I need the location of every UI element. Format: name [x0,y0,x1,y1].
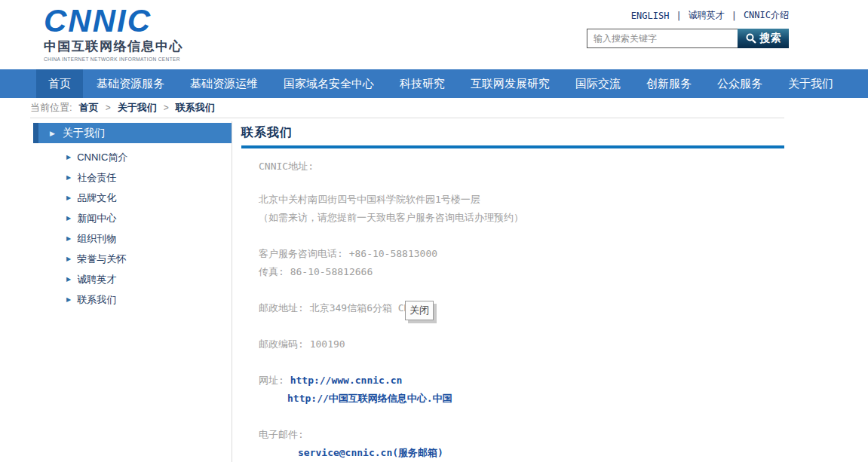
top-link-separator: | [676,11,681,21]
search-input[interactable] [587,29,738,48]
triangle-right-icon: ▶ [66,255,71,262]
logo-subtitle-en: CHINA INTERNET NETWORK INFORMATION CENTE… [44,57,183,62]
sidebar-item-label: 联系我们 [77,293,116,307]
triangle-right-icon: ▶ [66,276,71,283]
nav-item-internet-development-research[interactable]: 互联网发展研究 [459,69,562,98]
nav-item-national-domain-security-center[interactable]: 国家域名安全中心 [271,69,386,98]
breadcrumb-separator: > [106,98,111,118]
website-line: 网址: http://www.cnnic.cn [259,372,784,390]
contact-content: CNNIC地址: 北京中关村南四街四号中国科学院软件园1号楼一层 （如需来访，请… [241,158,784,462]
breadcrumb-link-home[interactable]: 首页 [79,98,99,118]
triangle-right-icon: ▶ [66,174,71,181]
fax-line: 传真: 86-10-58812666 [259,263,784,281]
content-area: ▶ 关于我们 ▶ CNNIC简介 ▶ 社会责任 ▶ 品牌文化 ▶ 新闻 [0,118,868,462]
email-line: service@cnnic.cn(服务邮箱) [259,444,784,462]
sidebar-content-divider [232,121,232,462]
sidebar-item-social-responsibility[interactable]: ▶ 社会责任 [33,167,232,188]
breadcrumb-link-about-us[interactable]: 关于我们 [118,98,157,118]
sidebar-item-label: 组织刊物 [77,232,116,246]
nav-item-about-us[interactable]: 关于我们 [776,69,845,98]
sidebar-item-cnnic-intro[interactable]: ▶ CNNIC简介 [33,147,232,167]
email-label: 电子邮件: [259,426,784,444]
sidebar-item-label: 品牌文化 [77,191,116,205]
postal-address-line: 邮政地址: 北京349信箱6分箱 CNNIC [259,299,784,317]
cnnic-page: CNNIC 中国互联网络信息中心 CHINA INTERNET NETWORK … [0,0,868,462]
nav-item-basic-resource-services[interactable]: 基础资源服务 [84,69,176,98]
close-tooltip-button[interactable]: 关闭 [405,301,434,320]
search-button-label: 搜索 [760,32,781,45]
triangle-right-icon: ▶ [66,154,71,161]
breadcrumb-prefix: 当前位置: [30,98,72,118]
title-underline [241,145,784,148]
sidebar-item-careers[interactable]: ▶ 诚聘英才 [33,269,232,289]
cnnic-logo[interactable]: CNNIC 中国互联网络信息中心 CHINA INTERNET NETWORK … [44,5,183,62]
sidebar-item-publications[interactable]: ▶ 组织刊物 [33,228,232,249]
website-link-cnnic-cn[interactable]: http://www.cnnic.cn [290,375,403,386]
triangle-right-icon: ▶ [50,130,55,137]
email-link-service[interactable]: service@cnnic.cn(服务邮箱) [298,447,443,458]
search-button[interactable]: 搜索 [738,29,789,48]
triangle-right-icon: ▶ [66,296,71,303]
logo-wordmark: CNNIC [44,5,183,38]
sidebar-item-label: 诚聘英才 [77,273,116,286]
nav-item-home[interactable]: 首页 [36,69,83,98]
breadcrumb-separator: > [164,98,169,118]
nav-item-international-exchange[interactable]: 国际交流 [563,69,633,98]
sidebar-item-label: CNNIC简介 [77,151,127,164]
website-link-chinese-domain[interactable]: http://中国互联网络信息中心.中国 [287,393,452,404]
main-nav: 首页 基础资源服务 基础资源运维 国家域名安全中心 科技研究 互联网发展研究 国… [0,69,868,98]
breadcrumb: 当前位置: 首页 > 关于我们 > 联系我们 [30,98,784,118]
sidebar-item-contact-us[interactable]: ▶ 联系我们 [33,289,232,310]
sidebar-header-about-us[interactable]: ▶ 关于我们 [33,123,232,143]
top-link-english[interactable]: ENGLISH [631,11,670,21]
page-title: 联系我们 [241,125,784,141]
main-panel: 联系我们 CNNIC地址: 北京中关村南四街四号中国科学院软件园1号楼一层 （如… [241,118,784,462]
sidebar-item-label: 社会责任 [77,171,116,185]
sidebar-item-label: 荣誉与关怀 [77,252,126,266]
top-links: ENGLISH | 诚聘英才 | CNNIC介绍 [631,9,789,22]
nav-item-innovation-services[interactable]: 创新服务 [634,69,704,98]
phone-line: 客户服务咨询电话: +86-10-58813000 [259,245,784,263]
sidebar: ▶ 关于我们 ▶ CNNIC简介 ▶ 社会责任 ▶ 品牌文化 ▶ 新闻 [33,123,232,310]
top-link-separator: | [732,11,737,21]
triangle-right-icon: ▶ [66,194,71,201]
nav-item-basic-resource-operations[interactable]: 基础资源运维 [178,69,270,98]
site-header: CNNIC 中国互联网络信息中心 CHINA INTERNET NETWORK … [0,0,868,69]
postal-code-line: 邮政编码: 100190 [259,335,784,353]
website-label: 网址: [259,375,284,386]
address-note: （如需来访，请您提前一天致电客户服务咨询电话办理预约） [259,209,784,227]
search-icon [746,33,756,44]
breadcrumb-link-contact-us[interactable]: 联系我们 [176,98,215,118]
sidebar-header-label: 关于我们 [63,127,105,140]
triangle-right-icon: ▶ [66,235,71,242]
sidebar-item-brand-culture[interactable]: ▶ 品牌文化 [33,188,232,208]
logo-subtitle-cn: 中国互联网络信息中心 [44,38,183,55]
nav-item-public-services[interactable]: 公众服务 [705,69,774,98]
sidebar-item-label: 新闻中心 [77,212,116,225]
sidebar-item-honors-care[interactable]: ▶ 荣誉与关怀 [33,249,232,269]
top-link-careers[interactable]: 诚聘英才 [689,9,725,22]
top-link-about-cnnic[interactable]: CNNIC介绍 [744,9,789,22]
sidebar-item-news-center[interactable]: ▶ 新闻中心 [33,208,232,228]
website-line-2: http://中国互联网络信息中心.中国 [259,390,784,408]
address-label: CNNIC地址: [259,158,784,176]
nav-item-sci-tech-research[interactable]: 科技研究 [388,69,457,98]
search-bar: 搜索 [587,29,789,48]
triangle-right-icon: ▶ [66,215,71,222]
address-line: 北京中关村南四街四号中国科学院软件园1号楼一层 [259,191,784,209]
